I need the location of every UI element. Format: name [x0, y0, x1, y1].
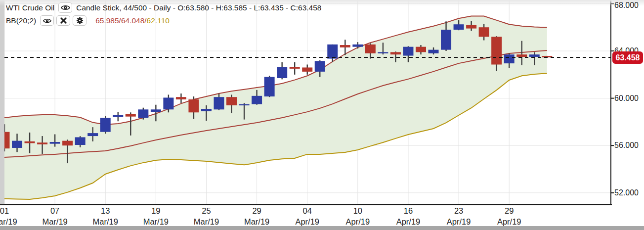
candle-body	[340, 45, 350, 47]
y-axis-line	[610, 0, 611, 205]
candle-body	[529, 54, 540, 57]
candle-body	[479, 27, 489, 37]
indicator-visibility-button[interactable]	[40, 15, 54, 26]
candle-body	[277, 67, 287, 78]
candle-body	[403, 47, 413, 56]
time-axis-day-label: 10	[353, 206, 362, 216]
time-axis-day-label: 04	[303, 206, 312, 216]
close-icon	[60, 17, 67, 24]
candle-body	[290, 67, 300, 69]
candle-body	[87, 133, 98, 136]
time-axis-month-label: Mar/19	[93, 217, 118, 227]
candle-body	[188, 99, 199, 112]
time-axis-day-label: 07	[50, 206, 59, 216]
time-axis-month-label: Apr/19	[396, 217, 421, 227]
left-edge-strip	[0, 0, 4, 204]
time-axis-month-label: Mar/19	[194, 217, 219, 227]
candle-body	[126, 114, 136, 117]
time-axis-day-label: 01	[0, 206, 9, 216]
candle-body	[504, 54, 515, 63]
horizontal-scrollbar[interactable]	[0, 226, 644, 230]
time-axis-month-label: Apr/19	[497, 217, 521, 227]
eye-icon	[43, 18, 51, 24]
price-axis-label: 52.000	[614, 188, 639, 197]
time-axis-day-label: 16	[404, 206, 413, 216]
candle-body	[226, 97, 237, 105]
candle-body	[454, 24, 464, 30]
series-info-label: Candle Stick, 44/500 - Daily - O:63.580 …	[76, 3, 321, 12]
candle-body	[37, 142, 47, 144]
candle-body	[100, 118, 111, 132]
time-axis-day-label: 25	[202, 206, 211, 216]
time-axis-day-label: 13	[101, 206, 110, 216]
time-axis-month-label: Mar/19	[143, 217, 169, 227]
time-axis-day-label: 23	[454, 206, 463, 216]
candle-body	[441, 30, 451, 50]
candle-body	[151, 109, 161, 112]
series-visibility-button[interactable]	[58, 2, 72, 13]
time-axis-month-label: Mar/19	[0, 217, 17, 227]
candle-body	[62, 141, 73, 146]
time-axis-month-label: Apr/19	[295, 217, 319, 227]
price-axis-label: 56.000	[614, 141, 639, 150]
indicator-header-row: BB(20;2)	[6, 15, 170, 26]
price-axis-label: 68.000	[614, 1, 639, 10]
time-axis-month-label: Apr/19	[346, 217, 370, 227]
time-axis-month-label: Mar/19	[244, 217, 269, 227]
time-axis-month-label: Mar/19	[42, 217, 67, 227]
gear-icon	[76, 17, 84, 24]
time-axis-day-label: 29	[252, 206, 261, 216]
bb-fill	[4, 16, 547, 199]
candle-body	[264, 77, 275, 96]
indicator-settings-button[interactable]	[73, 15, 86, 26]
x-axis-line	[0, 204, 612, 205]
candle-body	[491, 37, 502, 64]
candle-body	[176, 97, 186, 99]
candle-body	[201, 109, 212, 111]
price-axis-label: 60.000	[614, 94, 639, 103]
last-price-badge: 63.458	[612, 51, 643, 64]
chart-panel: WTI Crude Oil Candle Stick, 44/500 - Dai…	[0, 0, 644, 230]
price-chart-canvas[interactable]	[0, 0, 644, 230]
candle-body	[315, 61, 325, 72]
bb-lower-value: 62.110	[147, 16, 170, 25]
time-axis-month-label: Apr/19	[447, 217, 471, 227]
candle-body	[378, 52, 388, 53]
candle-body	[50, 142, 60, 144]
symbol-title: WTI Crude Oil	[6, 3, 54, 12]
indicator-remove-button[interactable]	[56, 15, 70, 26]
candle-body	[25, 141, 35, 143]
candle-body	[365, 45, 376, 53]
candle-body	[12, 141, 22, 148]
bb-upper-middle-values: 65.985/64.048/	[95, 16, 146, 25]
candle-body	[113, 115, 123, 117]
candle-body	[302, 67, 312, 71]
time-axis-day-label: 29	[505, 206, 514, 216]
candle-body	[390, 52, 401, 54]
series-header-row: WTI Crude Oil Candle Stick, 44/500 - Dai…	[6, 2, 321, 13]
candle-body	[75, 137, 86, 145]
candle-body	[429, 50, 439, 53]
indicator-name: BB(20;2)	[6, 16, 36, 25]
candle-body	[163, 97, 173, 109]
candle-body	[214, 97, 224, 109]
eye-icon	[61, 4, 70, 11]
time-axis-day-label: 19	[151, 206, 160, 216]
candle-body	[252, 96, 262, 104]
candle-body	[516, 54, 527, 57]
indicator-values: 65.985/64.048/62.110	[95, 16, 170, 25]
candle-body	[416, 47, 426, 52]
candle-body	[138, 109, 148, 118]
candle-body	[352, 45, 363, 47]
candle-body	[239, 104, 250, 106]
candle-body	[327, 45, 338, 59]
candle-body	[466, 25, 476, 28]
